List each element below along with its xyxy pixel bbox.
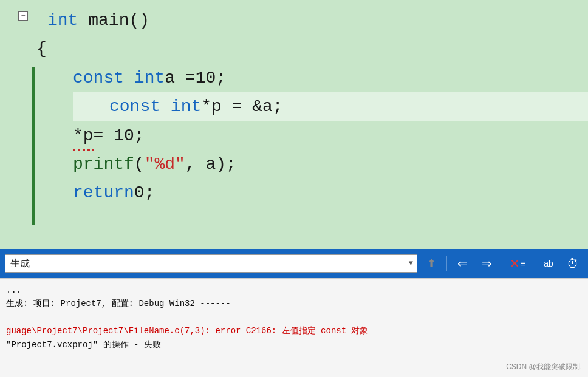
indent-left-icon: ⇐ <box>457 256 468 271</box>
collapse-icon[interactable]: − <box>18 11 28 21</box>
line-const-p: const int *p = &a; <box>73 92 588 121</box>
replace-icon: ab <box>544 259 553 268</box>
list-icon-lines: ≡ <box>520 259 525 268</box>
kw-int-text: int <box>47 11 78 30</box>
line-main-sig: int main() <box>36 6 588 35</box>
kw-const-a: const <box>73 65 124 91</box>
return-val: 0; <box>134 180 155 206</box>
line-deref: *p = 10; <box>73 121 588 150</box>
indent-left-button[interactable]: ⇐ <box>452 254 473 273</box>
separator-2 <box>502 256 502 271</box>
space2 <box>160 93 171 120</box>
clock-button[interactable]: ⏱ <box>562 254 583 273</box>
output-line-blank <box>6 311 582 324</box>
line-brace-open: { <box>36 35 588 63</box>
main-sig-text: main() <box>88 11 149 30</box>
printf-args: , a); <box>185 151 236 177</box>
space1 <box>124 65 134 91</box>
upload-button[interactable]: ⬆ <box>421 254 442 273</box>
printf-fn: printf <box>73 151 134 177</box>
dropdown-label: 生成 <box>10 257 30 270</box>
kw-const-p: const <box>109 93 160 120</box>
deref-rest: = 10; <box>94 123 145 149</box>
list-button[interactable]: ✕ ≡ <box>507 254 528 273</box>
kw-int-a: int <box>134 65 165 91</box>
decl-p: *p = &a; <box>201 93 282 120</box>
main-wrapper: − int main() { const int a =10; <box>0 0 588 377</box>
toolbar-bar: 生成 ▼ ⬆ ⇐ ⇒ ✕ ≡ ab ⏱ <box>0 249 588 278</box>
output-line-error: guage\Project7\Project7\FileName.c(7,3):… <box>6 324 582 338</box>
list-icon: ✕ <box>510 256 520 271</box>
green-bar <box>32 67 35 225</box>
clock-icon: ⏱ <box>567 257 579 271</box>
printf-fmt: "%d" <box>145 151 185 177</box>
output-line-build: 生成: 项目: Project7, 配置: Debug Win32 ------ <box>6 297 582 310</box>
separator-3 <box>533 256 533 271</box>
output-area: ... 生成: 项目: Project7, 配置: Debug Win32 --… <box>0 278 588 377</box>
decl-a: a =10; <box>165 65 226 91</box>
kw-int: int main() <box>47 7 149 33</box>
line-return: return 0; <box>73 178 588 207</box>
separator-1 <box>446 256 447 271</box>
code-content: int main() { const int a =10; const int <box>0 0 588 214</box>
kw-int-p: int <box>171 93 201 120</box>
indent-right-button[interactable]: ⇒ <box>476 254 497 273</box>
output-line-dots: ... <box>6 284 582 297</box>
deref-squiggle: *p <box>73 123 94 149</box>
dropdown-arrow-icon: ▼ <box>409 259 413 268</box>
toolbar-dropdown[interactable]: 生成 ▼ <box>5 254 417 273</box>
printf-paren: ( <box>134 151 145 177</box>
replace-button[interactable]: ab <box>538 254 559 273</box>
line-const-a: const int a =10; <box>73 64 588 92</box>
line-printf: printf ( "%d" , a); <box>73 150 588 178</box>
kw-return: return <box>73 180 134 206</box>
editor-area: − int main() { const int a =10; <box>0 0 588 249</box>
output-line-fail: "Project7.vcxproj" 的操作 - 失败 <box>6 338 582 352</box>
brace-open-text: { <box>36 36 47 62</box>
indent-right-icon: ⇒ <box>482 256 492 271</box>
watermark: CSDN @我能突破限制. <box>506 362 582 372</box>
